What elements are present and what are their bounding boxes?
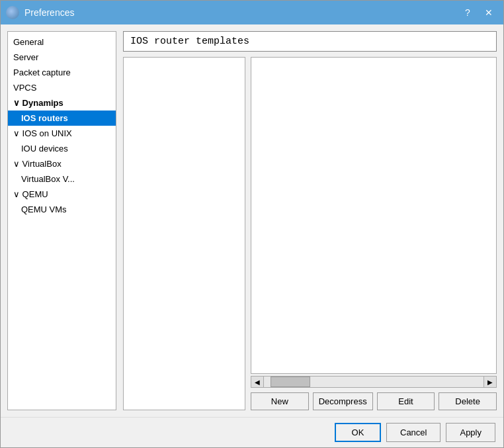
sidebar-item-virtualbox-v[interactable]: VirtualBox V... bbox=[8, 171, 116, 187]
sidebar-item-iou-devices[interactable]: IOU devices bbox=[8, 141, 116, 156]
section-title: IOS router templates bbox=[123, 31, 497, 52]
sidebar-item-general[interactable]: General bbox=[8, 34, 116, 50]
new-btn[interactable]: New bbox=[251, 392, 309, 410]
sidebar-item-qemu[interactable]: ∨ QEMU bbox=[8, 187, 116, 202]
panels-row: ◀ ▶ NewDecompressEditDelete bbox=[123, 57, 497, 410]
scroll-left-arrow[interactable]: ◀ bbox=[251, 376, 264, 388]
help-button[interactable]: ? bbox=[458, 5, 477, 20]
sidebar-item-dynamips[interactable]: ∨ Dynamips bbox=[8, 95, 116, 111]
action-buttons-row: NewDecompressEditDelete bbox=[251, 392, 497, 410]
main-panel: IOS router templates ◀ ▶ bbox=[123, 31, 497, 410]
title-bar-controls: ? ✕ bbox=[458, 5, 498, 20]
sidebar-item-vpcs[interactable]: VPCS bbox=[8, 80, 116, 95]
app-icon bbox=[6, 6, 19, 19]
sidebar-item-packet-capture[interactable]: Packet capture bbox=[8, 65, 116, 80]
right-panel bbox=[251, 57, 497, 374]
window-title: Preferences bbox=[24, 7, 458, 18]
decompress-btn[interactable]: Decompress bbox=[313, 392, 373, 410]
sidebar-item-ios-routers[interactable]: IOS routers bbox=[8, 111, 116, 126]
sidebar: GeneralServerPacket captureVPCS∨ Dynamip… bbox=[7, 31, 116, 410]
close-button[interactable]: ✕ bbox=[480, 5, 498, 20]
scroll-right-arrow[interactable]: ▶ bbox=[483, 376, 497, 388]
sidebar-item-server[interactable]: Server bbox=[8, 50, 116, 65]
scrollbar-track[interactable] bbox=[264, 376, 483, 388]
sidebar-item-qemu-vms[interactable]: QEMU VMs bbox=[8, 202, 116, 217]
right-panel-container: ◀ ▶ NewDecompressEditDelete bbox=[251, 57, 497, 410]
sidebar-item-ios-on-unix[interactable]: ∨ IOS on UNIX bbox=[8, 126, 116, 141]
edit-btn[interactable]: Edit bbox=[377, 392, 435, 410]
delete-btn[interactable]: Delete bbox=[439, 392, 497, 410]
title-bar: Preferences ? ✕ bbox=[1, 1, 503, 24]
apply-btn[interactable]: Apply bbox=[446, 423, 495, 442]
scrollbar-row: ◀ ▶ bbox=[251, 375, 497, 388]
preferences-window: Preferences ? ✕ GeneralServerPacket capt… bbox=[0, 0, 504, 448]
cancel-btn[interactable]: Cancel bbox=[386, 423, 441, 442]
content-area: GeneralServerPacket captureVPCS∨ Dynamip… bbox=[1, 24, 503, 417]
left-panel bbox=[123, 57, 245, 410]
scrollbar-thumb[interactable] bbox=[271, 377, 310, 387]
sidebar-item-virtualbox[interactable]: ∨ VirtualBox bbox=[8, 156, 116, 171]
bottom-bar: OKCancelApply bbox=[1, 417, 503, 447]
ok-btn[interactable]: OK bbox=[335, 423, 381, 442]
